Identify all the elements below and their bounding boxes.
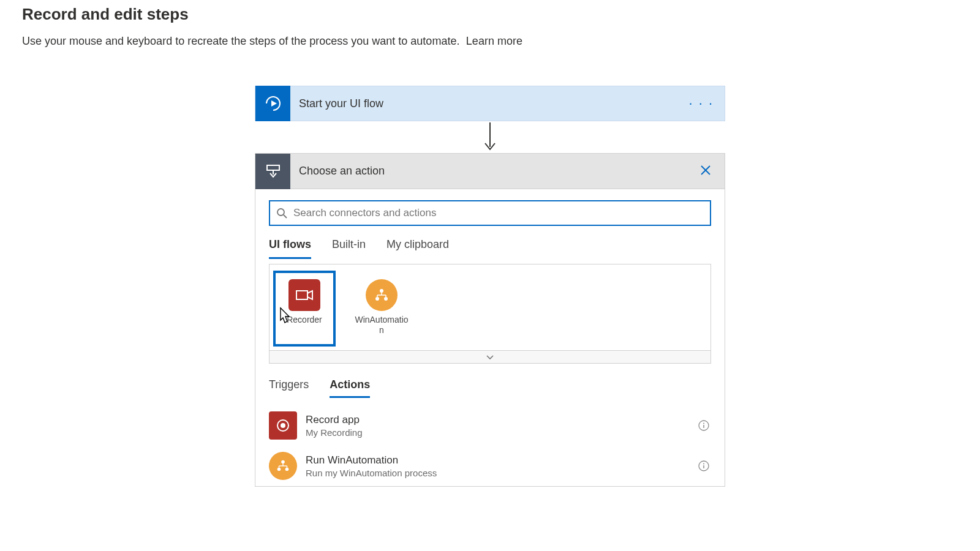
svg-point-12 — [375, 297, 379, 301]
org-chart-icon — [269, 452, 297, 480]
action-title: Run WinAutomation — [306, 454, 696, 467]
connector-label: WinAutomation — [353, 315, 410, 339]
action-record-app[interactable]: Record app My Recording — [269, 405, 711, 446]
connector-recorder[interactable]: Recorder — [276, 273, 333, 344]
connector-label: Recorder — [276, 315, 333, 329]
tab-my-clipboard[interactable]: My clipboard — [386, 232, 449, 259]
svg-point-11 — [380, 289, 383, 293]
camera-icon — [288, 279, 320, 311]
search-icon — [276, 208, 287, 219]
learn-more-link[interactable]: Learn more — [466, 35, 522, 47]
chevron-down-icon — [486, 354, 494, 360]
tab-ui-flows[interactable]: UI flows — [269, 232, 311, 259]
subtab-actions[interactable]: Actions — [330, 373, 370, 398]
record-icon — [269, 411, 297, 440]
choose-action-title: Choose an action — [290, 165, 687, 178]
flow-arrow-icon — [255, 121, 725, 153]
svg-point-21 — [703, 423, 704, 424]
search-input[interactable] — [293, 207, 704, 219]
svg-point-25 — [285, 468, 289, 471]
info-icon — [698, 460, 709, 471]
action-step-icon — [255, 154, 290, 189]
action-title: Record app — [306, 414, 696, 426]
svg-marker-1 — [271, 100, 277, 107]
tab-built-in[interactable]: Built-in — [332, 232, 366, 259]
expand-connectors-button[interactable] — [269, 350, 711, 364]
action-run-winautomation[interactable]: Run WinAutomation Run my WinAutomation p… — [269, 446, 711, 486]
action-subtitle: My Recording — [306, 427, 696, 438]
start-flow-label: Start your UI flow — [290, 97, 677, 110]
svg-point-23 — [281, 460, 285, 464]
connector-winautomation[interactable]: WinAutomation — [353, 273, 410, 344]
svg-point-7 — [277, 209, 284, 216]
info-icon — [698, 420, 709, 431]
action-subtitle: Run my WinAutomation process — [306, 468, 696, 478]
page-subtitle: Use your mouse and keyboard to recreate … — [22, 35, 459, 47]
close-icon — [700, 165, 711, 176]
svg-rect-9 — [296, 291, 307, 299]
svg-marker-10 — [307, 291, 312, 299]
subtab-triggers[interactable]: Triggers — [269, 373, 309, 398]
record-play-icon — [255, 86, 290, 121]
svg-point-19 — [281, 423, 285, 428]
start-flow-card[interactable]: Start your UI flow · · · — [255, 86, 725, 121]
svg-line-8 — [284, 215, 287, 218]
more-options-button[interactable]: · · · — [677, 96, 725, 111]
info-button[interactable] — [696, 460, 711, 471]
page-title: Record and edit steps — [22, 5, 958, 24]
svg-rect-3 — [267, 165, 279, 170]
svg-point-24 — [277, 468, 281, 471]
close-button[interactable] — [687, 165, 725, 178]
svg-point-13 — [384, 297, 388, 301]
org-chart-icon — [366, 279, 398, 311]
svg-point-31 — [703, 463, 704, 465]
choose-action-panel: Choose an action UI flows Built-in My cl… — [255, 153, 725, 487]
search-box[interactable] — [269, 200, 711, 226]
info-button[interactable] — [696, 420, 711, 431]
